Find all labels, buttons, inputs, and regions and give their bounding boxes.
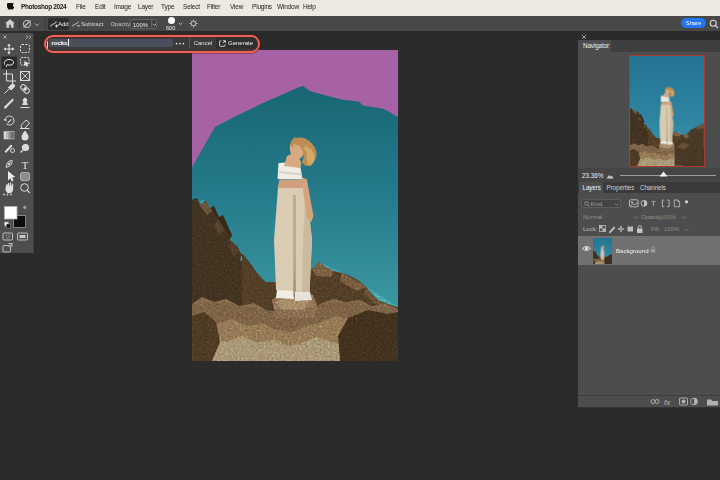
svg-text:T: T: [651, 199, 656, 208]
svg-text:T: T: [22, 159, 29, 171]
svg-text:fx: fx: [664, 397, 671, 406]
